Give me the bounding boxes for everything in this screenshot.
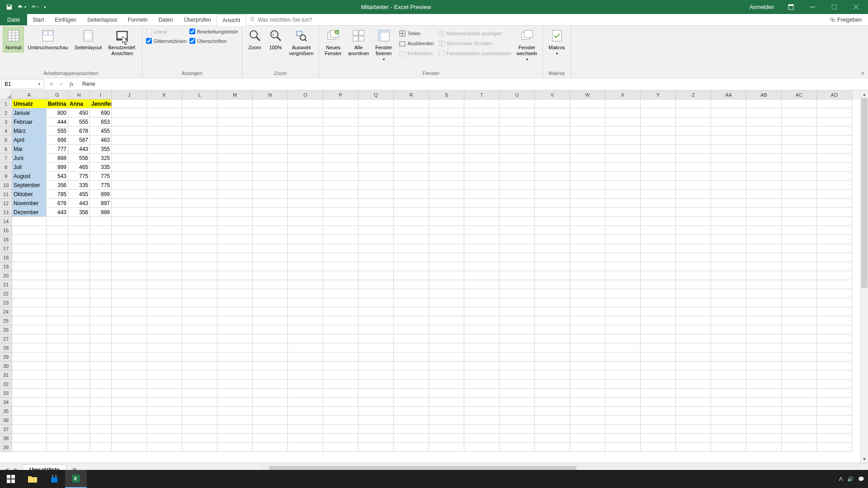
tell-me-search[interactable]: Was möchten Sie tun?	[246, 14, 316, 25]
cell[interactable]	[182, 163, 217, 172]
cell[interactable]	[464, 99, 500, 108]
cell[interactable]	[711, 298, 746, 307]
cell[interactable]	[464, 127, 500, 136]
cell[interactable]	[68, 226, 90, 235]
cell[interactable]	[288, 289, 323, 298]
cell[interactable]	[429, 226, 464, 235]
cell[interactable]: 999	[47, 163, 68, 172]
cell[interactable]	[182, 371, 217, 380]
cell[interactable]	[605, 334, 641, 343]
cell[interactable]	[147, 145, 182, 154]
cell[interactable]	[464, 416, 500, 425]
cell[interactable]	[570, 443, 605, 452]
arrange-all-button[interactable]: Alle anordnen	[345, 27, 372, 58]
cell[interactable]	[429, 416, 464, 425]
cell[interactable]	[676, 425, 711, 434]
cell[interactable]	[711, 99, 746, 108]
cell[interactable]	[746, 226, 782, 235]
save-button[interactable]	[4, 2, 14, 13]
cell[interactable]	[68, 343, 90, 352]
cell[interactable]	[253, 127, 288, 136]
cell[interactable]	[182, 181, 217, 190]
cell[interactable]	[500, 298, 535, 307]
cell[interactable]	[359, 361, 394, 371]
cell[interactable]	[535, 199, 570, 208]
cell[interactable]	[711, 380, 746, 389]
cell[interactable]	[676, 127, 711, 136]
cell[interactable]	[817, 389, 852, 398]
cell[interactable]	[147, 352, 182, 361]
cell[interactable]	[605, 235, 641, 244]
cell[interactable]	[429, 289, 464, 298]
cell[interactable]	[535, 343, 570, 352]
cell[interactable]: 356	[47, 181, 68, 190]
cell[interactable]	[676, 280, 711, 289]
cell[interactable]	[253, 244, 288, 253]
cell[interactable]	[359, 244, 394, 253]
cell[interactable]	[676, 181, 711, 190]
column-header[interactable]: P	[323, 90, 359, 99]
cell[interactable]	[711, 371, 746, 380]
cell[interactable]	[394, 262, 429, 271]
cell[interactable]	[182, 389, 217, 398]
cell[interactable]	[253, 172, 288, 181]
cell[interactable]	[711, 136, 746, 145]
cell[interactable]: Januar	[12, 108, 47, 117]
cell[interactable]	[464, 226, 500, 235]
cell[interactable]	[782, 425, 817, 434]
cell[interactable]	[535, 416, 570, 425]
cell[interactable]: August	[12, 172, 47, 181]
row-header[interactable]: 24	[0, 307, 12, 316]
cell[interactable]	[782, 334, 817, 343]
row-header[interactable]: 37	[0, 425, 12, 434]
cell[interactable]	[359, 208, 394, 217]
cell[interactable]	[182, 361, 217, 371]
cell[interactable]	[570, 208, 605, 217]
cell[interactable]	[500, 443, 535, 452]
cell[interactable]	[500, 108, 535, 117]
cell[interactable]	[359, 416, 394, 425]
cell[interactable]	[570, 389, 605, 398]
cell[interactable]	[676, 343, 711, 352]
cell[interactable]	[676, 316, 711, 325]
row-header[interactable]: 23	[0, 298, 12, 307]
cell[interactable]	[359, 343, 394, 352]
cell[interactable]	[500, 398, 535, 407]
column-header[interactable]: AB	[746, 90, 782, 99]
cell[interactable]	[47, 262, 68, 271]
cell[interactable]	[464, 334, 500, 343]
cell[interactable]	[429, 443, 464, 452]
cell[interactable]	[535, 145, 570, 154]
cell[interactable]	[464, 235, 500, 244]
cell[interactable]	[570, 163, 605, 172]
cell[interactable]	[570, 434, 605, 443]
cell[interactable]	[47, 253, 68, 262]
cell[interactable]	[782, 343, 817, 352]
cell[interactable]	[570, 325, 605, 334]
cell[interactable]	[394, 244, 429, 253]
cell[interactable]	[464, 380, 500, 389]
cell[interactable]	[782, 117, 817, 127]
cell[interactable]	[217, 316, 253, 325]
tray-chevron-icon[interactable]: ᐱ	[839, 476, 843, 482]
split-button[interactable]: Teilen	[396, 28, 434, 38]
cell[interactable]	[253, 398, 288, 407]
cell[interactable]	[217, 108, 253, 117]
cell[interactable]: 555	[47, 127, 68, 136]
cell[interactable]: 555	[68, 117, 90, 127]
cell[interactable]	[500, 235, 535, 244]
cell[interactable]	[12, 307, 47, 316]
cell[interactable]	[782, 217, 817, 226]
cell[interactable]	[746, 136, 782, 145]
cell[interactable]	[464, 154, 500, 163]
cell[interactable]	[47, 325, 68, 334]
cell[interactable]	[711, 154, 746, 163]
cell[interactable]	[782, 226, 817, 235]
cell[interactable]	[605, 199, 641, 208]
cell[interactable]	[288, 352, 323, 361]
cell[interactable]	[570, 307, 605, 316]
cell[interactable]	[323, 407, 359, 416]
cell[interactable]	[288, 108, 323, 117]
cell[interactable]: Mai	[12, 145, 47, 154]
cell[interactable]	[605, 244, 641, 253]
